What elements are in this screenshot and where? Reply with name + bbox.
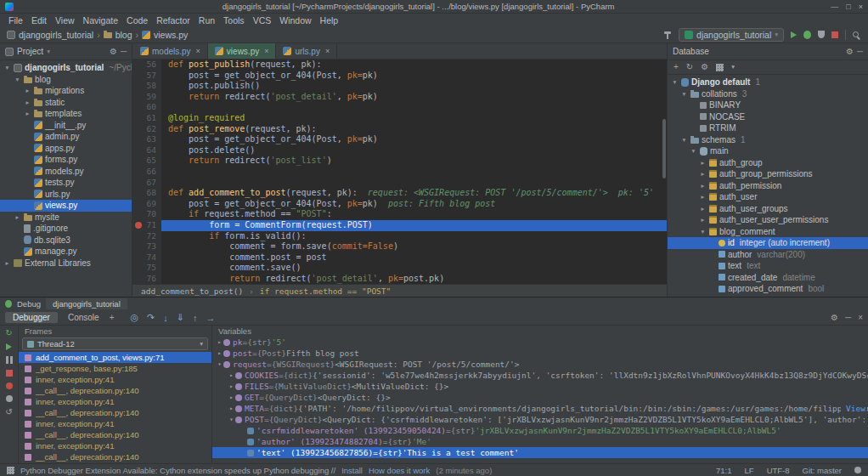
gutter[interactable]: 59 [132,92,161,103]
menu-run[interactable]: Run [194,15,219,26]
gear-icon[interactable]: ⚙ [846,48,854,56]
gutter[interactable]: 66 [132,167,161,178]
collapsed-arrow-icon[interactable]: ▸ [216,338,223,346]
variable-item-post[interactable]: ▸post = {Post} Fifth blog post [212,348,868,359]
expanded-arrow-icon[interactable]: ▾ [680,136,688,144]
tree-item-tests-py[interactable]: tests.py [0,177,132,189]
add-console-icon[interactable]: + [110,314,115,322]
tab-urls-py[interactable]: urls.py× [276,43,337,59]
run-to-cursor-icon[interactable]: → [206,313,216,323]
collapsed-arrow-icon[interactable]: ▸ [699,182,707,190]
debug-button[interactable] [803,31,811,39]
collapsed-arrow-icon[interactable]: ▸ [228,382,235,390]
frame-item[interactable]: add_comment_to_post, views.py:71 [19,352,211,363]
run-button[interactable] [791,31,797,38]
step-over-icon[interactable]: ↷ [147,312,155,323]
variable-item-text-139923456827856[interactable]: 'text' (139923456827856) = {str} 'This i… [212,447,868,458]
collapsed-arrow-icon[interactable]: ▸ [228,405,235,412]
variable-item-files[interactable]: ▸FILES = {MultiValueDict} <MultiValueDic… [212,381,868,392]
build-icon[interactable] [663,31,672,39]
menu-view[interactable]: View [51,15,79,26]
rerun-icon[interactable]: ↻ [5,329,12,337]
install-link[interactable]: Install [341,466,363,475]
code-editor[interactable]: 56def post_publish(request, pk):57 post … [132,60,667,284]
minimize-panel-icon[interactable]: ─ [845,314,851,322]
restore-layout-icon[interactable]: ↺ [5,408,12,416]
menu-navigate[interactable]: Navigate [79,15,122,26]
db-item-schemas[interactable]: ▾schemas1 [668,134,868,146]
db-item-auth-group-permissions[interactable]: ▸auth_group_permissions [668,168,868,180]
breakpoint-icon[interactable] [135,222,142,229]
view-value-link[interactable]: View [841,403,865,414]
tree-item-gitignore[interactable]: .gitignore [0,223,132,235]
expanded-arrow-icon[interactable]: ▾ [699,228,707,235]
collapsed-arrow-icon[interactable]: ▸ [699,216,707,224]
breadcrumb-item-views-py[interactable]: views.py [142,30,188,40]
gutter[interactable]: 57 [132,71,161,82]
menu-vcs[interactable]: VCS [249,15,276,26]
close-button[interactable]: × [859,3,863,11]
gutter[interactable]: 65 [132,156,161,167]
gutter[interactable]: 70 [132,209,161,220]
collapsed-arrow-icon[interactable]: ▸ [24,87,31,94]
variable-item-pk[interactable]: ▸pk = {str} '5' [212,337,868,348]
close-panel-icon[interactable]: × [858,314,863,322]
db-item-auth-user[interactable]: ▸auth_user [668,191,868,203]
tab-models-py[interactable]: models.py× [133,43,208,59]
editor-breadcrumb-item[interactable]: if request.method == "POST" [260,286,391,296]
variable-item-post[interactable]: ▾POST = {QueryDict} <QueryDict: {'csrfmi… [212,414,868,425]
variable-item-request[interactable]: ▾request = {WSGIRequest} <WSGIRequest: P… [212,359,868,370]
gutter[interactable]: 58 [132,81,161,92]
expanded-arrow-icon[interactable]: ▾ [14,76,21,83]
collapsed-arrow-icon[interactable]: ▸ [699,159,707,167]
gear-icon[interactable]: ⚙ [831,314,838,322]
variable-item-meta[interactable]: ▸META = {dict} {'PATH': '/home/filippov/… [212,403,868,414]
variable-item-csrfmiddlewaretoken-139923459050424[interactable]: 'csrfmiddlewaretoken' (139923459050424) … [212,425,868,436]
tree-item-urls-py[interactable]: urls.py [0,189,132,201]
db-item-binary[interactable]: BINARY [668,99,868,111]
frame-item[interactable]: __call__, deprecation.py:140 [19,451,211,462]
step-out-icon[interactable]: ↑ [193,313,198,323]
view-breakpoints-icon[interactable] [6,382,13,389]
frame-item[interactable]: inner, exception.py:41 [19,374,211,385]
close-tab-icon[interactable]: × [325,47,330,55]
db-item-nocase[interactable]: NOCASE [668,111,868,123]
run-configuration-select[interactable]: djangogirls_tutorial ▾ [679,28,784,42]
git-branch[interactable]: Git: master [803,466,842,475]
collapsed-arrow-icon[interactable]: ▸ [24,110,31,117]
gutter[interactable]: 69 [132,199,161,210]
collapsed-arrow-icon[interactable]: ▸ [699,193,707,201]
tab-debugger[interactable]: Debugger [5,312,58,323]
collapsed-arrow-icon[interactable]: ▸ [14,213,21,221]
gutter[interactable]: 62 [132,124,161,135]
db-item-author[interactable]: authorvarchar(200) [668,249,868,261]
frame-item[interactable]: inner, exception.py:41 [19,418,211,429]
frame-item[interactable]: inner, exception.py:41 [19,396,211,407]
variable-item-author-139923474882704[interactable]: 'author' (139923474882704) = {str} 'Me' [212,436,868,447]
line-separator[interactable]: LF [745,466,754,475]
collapsed-arrow-icon[interactable]: ▸ [3,259,11,267]
gear-icon[interactable]: ⚙ [110,48,117,56]
gear-icon[interactable]: ⚙ [701,63,708,71]
notifications-icon[interactable] [854,467,861,473]
expanded-arrow-icon[interactable]: ▾ [690,147,697,155]
tree-item-forms-py[interactable]: forms.py [0,154,132,166]
collapsed-arrow-icon[interactable]: ▸ [699,205,707,212]
db-item-auth-group[interactable]: ▸auth_group [668,157,868,169]
gutter[interactable]: 72 [132,231,161,242]
gutter[interactable]: 67 [132,178,161,189]
frame-item[interactable]: _get_response, base.py:185 [19,363,211,374]
maximize-button[interactable]: □ [846,3,850,11]
collapsed-arrow-icon[interactable]: ▸ [228,371,235,379]
mute-breakpoints-icon[interactable] [6,395,13,402]
refresh-icon[interactable]: ↻ [686,63,693,71]
tree-item-static[interactable]: ▸static [0,97,132,109]
breadcrumb-item-blog[interactable]: blog [104,30,132,40]
db-item-id[interactable]: idinteger (auto increment) [668,237,868,249]
collapsed-arrow-icon[interactable]: ▸ [228,394,235,401]
tab-views-py[interactable]: views.py× [208,43,277,59]
stop-button[interactable] [831,31,838,38]
tab-console[interactable]: Console [60,312,107,323]
db-item-auth-user-user-permissions[interactable]: ▸auth_user_user_permissions [668,214,868,226]
table-view-icon[interactable] [716,64,724,71]
